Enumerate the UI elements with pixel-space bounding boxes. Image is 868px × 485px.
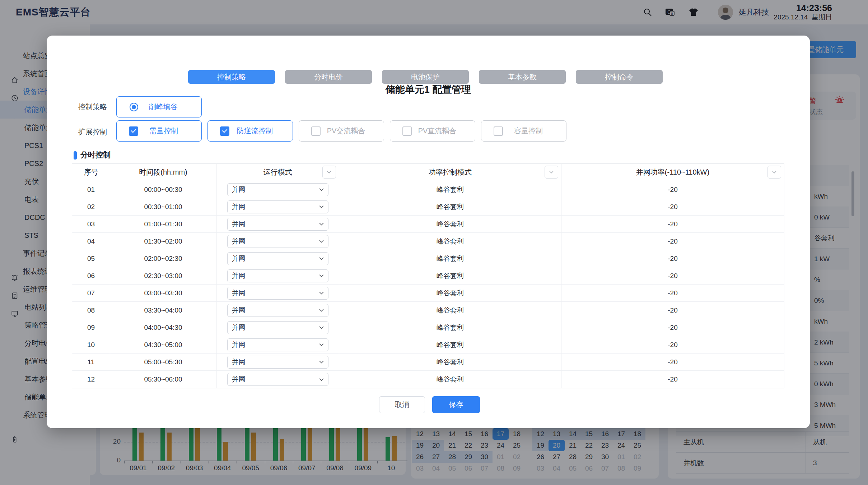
cell-run-mode: 并网 <box>216 267 339 284</box>
cell-no: 05 <box>72 250 110 267</box>
table-body: 01 00:00~00:30 并网 峰谷套利 -20 02 <box>72 181 784 388</box>
cell-run-mode: 并网 <box>216 285 339 301</box>
cell-grid-power: -20 <box>561 354 784 370</box>
run-mode-select[interactable]: 并网 <box>227 183 328 196</box>
run-mode-value: 并网 <box>232 220 319 229</box>
run-mode-select[interactable]: 并网 <box>227 356 328 369</box>
cell-timespan: 03:30~04:00 <box>110 302 216 319</box>
checkbox-icon <box>220 126 229 136</box>
cell-no: 03 <box>72 216 110 232</box>
run-mode-select[interactable]: 并网 <box>227 218 328 231</box>
config-modal: 储能单元1 配置管理 控制策略 分时电价 电池保护 基本参数 控制命令 控制策略… <box>47 36 810 428</box>
cell-timespan: 05:30~06:00 <box>110 371 216 388</box>
run-mode-value: 并网 <box>232 357 319 367</box>
modal-tab[interactable]: 分时电价 <box>285 70 372 84</box>
cell-power-mode: 峰谷套利 <box>339 285 561 301</box>
table-row: 12 05:30~06:00 并网 峰谷套利 -20 <box>72 371 784 388</box>
cell-grid-power: -20 <box>561 285 784 301</box>
app-window: EMS智慧云平台 G文 延凡科技 14:23:56 2025.12.14 星期日 <box>0 0 868 485</box>
column-dropdown-button[interactable] <box>322 166 336 179</box>
checkbox-icon <box>402 126 412 136</box>
cell-power-mode: 峰谷套利 <box>339 336 561 353</box>
extended-option-checkbox[interactable]: 防逆流控制 <box>207 120 293 142</box>
cell-timespan: 04:00~04:30 <box>110 319 216 336</box>
run-mode-select[interactable]: 并网 <box>227 321 328 334</box>
section-marker <box>74 151 77 160</box>
modal-tab[interactable]: 控制策略 <box>188 70 275 84</box>
header-run-mode: 运行模式 <box>216 164 339 181</box>
checkbox-icon <box>129 126 138 136</box>
extended-option-label: PV交流耦合 <box>321 126 372 136</box>
table-row: 11 05:00~05:30 并网 峰谷套利 -20 <box>72 354 784 371</box>
column-dropdown-button[interactable] <box>545 166 558 179</box>
cell-power-mode: 峰谷套利 <box>339 371 561 388</box>
strategy-radio-option[interactable]: 削峰填谷 <box>116 96 202 117</box>
chevron-down-icon <box>319 257 324 260</box>
header-power-mode: 功率控制模式 <box>339 164 561 181</box>
run-mode-select[interactable]: 并网 <box>227 287 328 300</box>
column-dropdown-button[interactable] <box>767 166 781 179</box>
cell-power-mode: 峰谷套利 <box>339 198 561 215</box>
cell-grid-power: -20 <box>561 198 784 215</box>
extended-option-checkbox[interactable]: PV交流耦合 <box>299 120 384 142</box>
cell-run-mode: 并网 <box>216 233 339 250</box>
run-mode-value: 并网 <box>232 271 319 281</box>
cell-run-mode: 并网 <box>216 336 339 353</box>
cell-run-mode: 并网 <box>216 198 339 215</box>
run-mode-value: 并网 <box>232 306 319 315</box>
extended-options: 需量控制 防逆流控制 PV交流耦合 PV直流耦合 <box>116 120 566 142</box>
cell-timespan: 03:00~03:30 <box>110 285 216 301</box>
run-mode-value: 并网 <box>232 185 319 194</box>
save-button[interactable]: 保存 <box>432 396 480 413</box>
cell-timespan: 00:00~00:30 <box>110 181 216 198</box>
cell-power-mode: 峰谷套利 <box>339 354 561 370</box>
run-mode-select[interactable]: 并网 <box>227 304 328 317</box>
cell-grid-power: -20 <box>561 250 784 267</box>
cell-no: 10 <box>72 336 110 353</box>
time-of-use-table: 序号 时间段(hh:mm) 运行模式 功率控制模式 并网功率(-110~110k… <box>72 163 784 388</box>
cell-timespan: 04:30~05:00 <box>110 336 216 353</box>
checkbox-icon <box>494 126 503 136</box>
cell-no: 12 <box>72 371 110 388</box>
table-header-row: 序号 时间段(hh:mm) 运行模式 功率控制模式 并网功率(-110~110k… <box>72 164 784 181</box>
cancel-button[interactable]: 取消 <box>379 396 425 413</box>
cell-timespan: 05:00~05:30 <box>110 354 216 370</box>
run-mode-value: 并网 <box>232 288 319 298</box>
cell-no: 09 <box>72 319 110 336</box>
extended-option-checkbox[interactable]: PV直流耦合 <box>390 120 475 142</box>
modal-tab[interactable]: 控制命令 <box>576 70 663 84</box>
cell-grid-power: -20 <box>561 233 784 250</box>
cell-grid-power: -20 <box>561 267 784 284</box>
cell-grid-power: -20 <box>561 302 784 319</box>
chevron-down-icon <box>319 222 324 226</box>
extended-option-label: 容量控制 <box>503 126 554 136</box>
modal-footer: 取消 保存 <box>47 396 810 413</box>
run-mode-value: 并网 <box>232 254 319 263</box>
cell-grid-power: -20 <box>561 371 784 388</box>
cell-no: 04 <box>72 233 110 250</box>
run-mode-select[interactable]: 并网 <box>227 338 328 351</box>
run-mode-select[interactable]: 并网 <box>227 373 328 386</box>
modal-tab[interactable]: 基本参数 <box>479 70 566 84</box>
modal-tab[interactable]: 电池保护 <box>382 70 469 84</box>
extended-option-label: 防逆流控制 <box>229 126 280 136</box>
modal-tabs: 控制策略 分时电价 电池保护 基本参数 控制命令 <box>188 70 663 84</box>
checkbox-icon <box>311 126 321 136</box>
cell-power-mode: 峰谷套利 <box>339 181 561 198</box>
table-row: 03 01:00~01:30 并网 峰谷套利 -20 <box>72 216 784 233</box>
cell-no: 08 <box>72 302 110 319</box>
chevron-down-icon <box>319 240 324 243</box>
extended-option-checkbox[interactable]: 需量控制 <box>116 120 202 142</box>
strategy-label: 控制策略 <box>78 102 107 112</box>
run-mode-select[interactable]: 并网 <box>227 235 328 248</box>
extended-option-checkbox[interactable]: 容量控制 <box>481 120 566 142</box>
table-row: 10 04:30~05:00 并网 峰谷套利 -20 <box>72 336 784 354</box>
run-mode-select[interactable]: 并网 <box>227 252 328 265</box>
run-mode-select[interactable]: 并网 <box>227 200 328 213</box>
run-mode-select[interactable]: 并网 <box>227 269 328 282</box>
cell-no: 01 <box>72 181 110 198</box>
cell-power-mode: 峰谷套利 <box>339 267 561 284</box>
cell-grid-power: -20 <box>561 319 784 336</box>
modal-title: 储能单元1 配置管理 <box>47 83 810 96</box>
table-row: 09 04:00~04:30 并网 峰谷套利 -20 <box>72 319 784 336</box>
